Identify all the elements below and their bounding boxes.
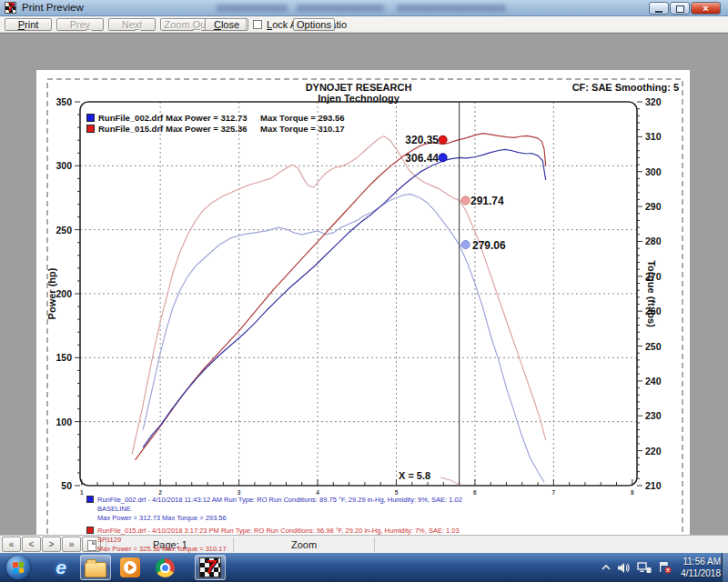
close-window-button[interactable]: × xyxy=(691,2,721,15)
svg-text:240: 240 xyxy=(645,376,662,386)
next-button[interactable]: Next xyxy=(108,18,156,31)
cursor-value-torque-002: 279.06 xyxy=(472,239,506,252)
internet-explorer-icon: e xyxy=(56,557,66,578)
run-max-line: Max Power = 325.36 Max Torque = 310.17 xyxy=(97,545,462,554)
run-name: BASELINE xyxy=(97,505,462,514)
prev-button[interactable]: Prev xyxy=(56,18,104,31)
preview-client-area: 1234567835030025020015010050320310300290… xyxy=(0,33,728,535)
start-button[interactable] xyxy=(6,556,30,579)
screen: { "window": { "title": "Print Preview", … xyxy=(0,0,728,582)
legend-row: RunFile_002.drfMax Power = 312.73Max Tor… xyxy=(86,113,345,124)
clock-time: 11:56 AM xyxy=(681,556,721,567)
dyno-chart: 1234567835030025020015010050320310300290… xyxy=(36,70,690,567)
restore-button[interactable] xyxy=(670,2,690,15)
first-page-button[interactable]: « xyxy=(2,537,21,552)
cursor-x-label: X = 5.8 xyxy=(399,470,430,481)
cursor-dot xyxy=(461,196,470,205)
preview-page: 1234567835030025020015010050320310300290… xyxy=(36,70,690,567)
close-preview-button[interactable]: Close xyxy=(205,18,248,31)
hidden-icons-arrow-icon[interactable] xyxy=(602,564,611,571)
svg-text:200: 200 xyxy=(56,288,72,299)
svg-text:290: 290 xyxy=(645,201,662,212)
svg-text:3: 3 xyxy=(238,489,241,496)
cursor-dot xyxy=(439,135,447,144)
title-bar[interactable]: 7 Print Preview × xyxy=(0,0,728,16)
chart-subtitle: Injen Technology xyxy=(318,93,399,104)
toolbar: Print Prev Next Zoom Out Close Lock Aspe… xyxy=(0,16,728,33)
redacted-title-text xyxy=(397,5,506,12)
legend-swatch-blue xyxy=(86,114,95,122)
taskbar-internet-explorer[interactable]: e xyxy=(46,555,76,580)
clock-date: 4/11/2018 xyxy=(681,567,721,579)
legend-max-power: Max Power = 312.73 xyxy=(166,113,260,124)
legend-file: RunFile_015.drf xyxy=(98,124,166,135)
svg-text:6: 6 xyxy=(473,489,477,496)
taskbar-winpep7[interactable]: 7 xyxy=(195,555,226,580)
taskbar-media-player[interactable] xyxy=(115,555,146,580)
last-page-button[interactable]: » xyxy=(62,537,81,552)
redacted-title-text xyxy=(217,5,288,12)
taskbar-clock[interactable]: 11:56 AM 4/11/2018 xyxy=(681,556,721,579)
system-tray xyxy=(602,553,672,582)
svg-text:1: 1 xyxy=(80,489,84,496)
restore-icon xyxy=(676,5,684,13)
svg-text:220: 220 xyxy=(645,446,662,457)
legend-file: RunFile_002.drf xyxy=(98,113,166,124)
windows-logo-icon xyxy=(13,562,24,573)
chart-legend: RunFile_002.drfMax Power = 312.73Max Tor… xyxy=(86,113,345,135)
chart-title: DYNOJET RESEARCH xyxy=(306,82,412,93)
cursor-value-power-002: 306.44 xyxy=(382,152,439,165)
series-runfile-015-drf-torque xyxy=(132,136,546,455)
print-button[interactable]: Print xyxy=(5,18,52,31)
prev-page-button[interactable]: < xyxy=(22,537,41,552)
svg-text:210: 210 xyxy=(645,480,662,491)
svg-text:350: 350 xyxy=(56,96,72,107)
action-center-flag-icon[interactable] xyxy=(658,561,672,574)
svg-text:320: 320 xyxy=(645,96,662,107)
media-player-icon xyxy=(120,557,140,577)
legend-swatch-red xyxy=(86,125,95,133)
svg-text:300: 300 xyxy=(645,166,662,177)
y-left-axis-label: Power (hp) xyxy=(46,268,57,320)
cursor-dot xyxy=(461,241,470,249)
winpep7-icon: 7 xyxy=(199,557,221,577)
network-icon[interactable] xyxy=(637,562,652,574)
show-desktop-button[interactable] xyxy=(722,553,728,582)
legend-max-power: Max Power = 325.36 xyxy=(166,124,260,135)
svg-text:50: 50 xyxy=(61,480,72,491)
chrome-icon xyxy=(156,558,175,577)
svg-text:150: 150 xyxy=(56,352,72,363)
run-swatch-red xyxy=(86,527,94,534)
options-button[interactable]: Options xyxy=(293,18,335,31)
series-runfile-015-drf-power xyxy=(136,134,546,460)
legend-max-torque: Max Torque = 293.56 xyxy=(260,113,345,123)
svg-text:230: 230 xyxy=(645,410,662,421)
svg-text:7: 7 xyxy=(552,489,556,496)
run-annotation-baseline: RunFile_002.drf - 4/10/2018 11:43:12 AM … xyxy=(86,496,462,523)
volume-icon[interactable] xyxy=(617,562,631,574)
taskbar: e 7 11:56 AM 4/11/2018 xyxy=(0,553,728,582)
legend-row: RunFile_015.drfMax Power = 325.36Max Tor… xyxy=(86,124,345,135)
svg-text:250: 250 xyxy=(645,341,662,352)
app-icon: 7 xyxy=(5,2,16,14)
svg-text:250: 250 xyxy=(56,225,72,236)
svg-text:5: 5 xyxy=(395,489,399,496)
run-info-line: RunFile_002.drf - 4/10/2018 11:43:12 AM … xyxy=(97,496,462,504)
taskbar-chrome[interactable] xyxy=(149,555,180,580)
folder-icon xyxy=(85,562,106,577)
chart-correction-info: CF: SAE Smoothing: 5 xyxy=(572,82,679,93)
run-annotation-sp1129: RunFile_015.drf - 4/10/2018 3:17:23 PM R… xyxy=(86,527,462,554)
svg-text:2: 2 xyxy=(158,489,162,496)
toolbar-separator xyxy=(246,18,247,31)
cursor-value-power-015: 320.35 xyxy=(382,134,439,146)
taskbar-windows-explorer[interactable] xyxy=(80,555,111,580)
run-annotations: RunFile_002.drf - 4/10/2018 11:43:12 AM … xyxy=(86,496,462,554)
next-page-button[interactable]: > xyxy=(42,537,61,552)
svg-text:100: 100 xyxy=(56,416,72,427)
redacted-title-text xyxy=(297,5,384,12)
svg-text:8: 8 xyxy=(631,489,634,496)
chart-gridlines xyxy=(80,102,637,486)
y-right-axis-label: Torque (ft-lbs) xyxy=(646,260,657,327)
minimize-button[interactable] xyxy=(649,2,669,15)
lock-aspect-checkbox[interactable] xyxy=(253,20,262,29)
